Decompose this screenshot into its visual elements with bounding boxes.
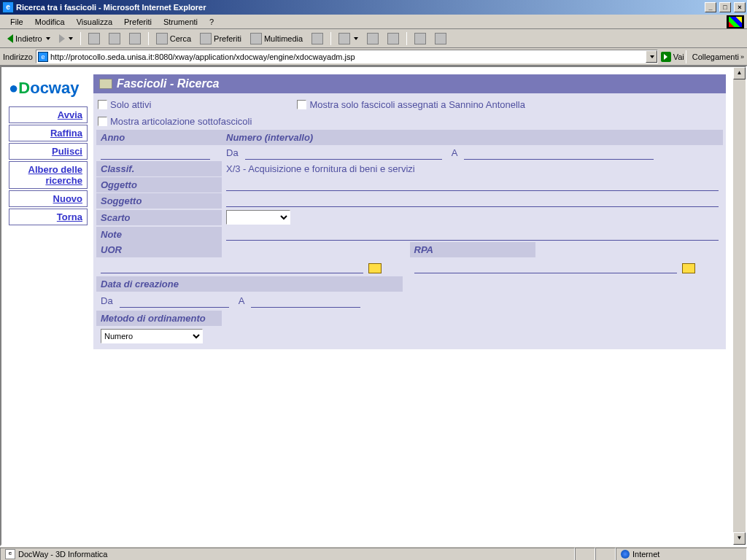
status-text: DocWay - 3D Informatica xyxy=(18,550,107,559)
mostra-artic-label: Mostra articolazione sottofascicoli xyxy=(110,116,252,127)
input-oggetto[interactable] xyxy=(226,178,719,191)
status-bar: e DocWay - 3D Informatica Internet xyxy=(0,546,747,560)
label-rpa: RPA xyxy=(410,242,535,257)
chevron-right-icon[interactable]: » xyxy=(740,53,744,61)
search-label: Cerca xyxy=(170,34,191,43)
go-button[interactable]: Vai xyxy=(661,52,684,62)
label-uor: UOR xyxy=(96,242,222,257)
sidebar-pulisci[interactable]: Pulisci xyxy=(9,143,88,160)
sidebar-torna[interactable]: Torna xyxy=(9,209,88,225)
scroll-down-button[interactable]: ▼ xyxy=(733,532,746,545)
print-button[interactable] xyxy=(364,31,382,46)
value-classif: X/3 - Acquisizione e fornitura di beni e… xyxy=(222,162,419,176)
input-rpa[interactable] xyxy=(414,260,677,273)
content-area: ●Docway Avvia Raffina Pulisci Albero del… xyxy=(0,66,747,546)
menu-bar: File Modifica Visualizza Preferiti Strum… xyxy=(0,15,747,29)
menu-modifica[interactable]: Modifica xyxy=(29,16,71,28)
back-label: Indietro xyxy=(15,34,42,43)
input-data-da[interactable] xyxy=(120,295,229,308)
arrow-left-icon xyxy=(7,34,13,43)
sidebar-nuovo[interactable]: Nuovo xyxy=(9,190,88,207)
links-label[interactable]: Collegamenti xyxy=(692,52,739,61)
select-scarto[interactable] xyxy=(226,210,290,225)
label-da2: Da xyxy=(101,295,113,306)
messenger-icon xyxy=(435,33,446,44)
label-note: Note xyxy=(96,227,222,242)
checkbox-icon xyxy=(98,100,107,109)
sidebar-albero[interactable]: Albero delle ricerche xyxy=(9,161,88,189)
back-button[interactable]: Indietro xyxy=(4,33,53,44)
status-pane-3 xyxy=(595,548,616,561)
media-label: Multimedia xyxy=(264,34,303,43)
favorites-button[interactable]: Preferiti xyxy=(197,31,244,46)
refresh-icon xyxy=(109,33,120,44)
input-soggetto[interactable] xyxy=(226,194,719,207)
address-dropdown[interactable] xyxy=(646,50,657,63)
menu-help[interactable]: ? xyxy=(204,16,220,28)
media-button[interactable]: Multimedia xyxy=(247,31,306,46)
menu-file[interactable]: File xyxy=(4,16,29,28)
input-note[interactable] xyxy=(226,228,719,241)
menu-visualizza[interactable]: Visualizza xyxy=(71,16,118,28)
edit-icon xyxy=(387,33,399,44)
logo-part1: D xyxy=(18,79,30,97)
search-button[interactable]: Cerca xyxy=(153,31,194,46)
lookup-rpa-icon[interactable] xyxy=(682,263,695,273)
edit-button[interactable] xyxy=(384,31,402,46)
input-numero-a[interactable] xyxy=(464,147,654,160)
solo-attivi-label: Solo attivi xyxy=(110,99,151,110)
dropdown-arrow-icon xyxy=(46,37,50,40)
page-icon: e xyxy=(5,549,15,559)
scroll-up-button[interactable]: ▲ xyxy=(733,67,746,79)
ie-icon: e xyxy=(2,1,14,13)
search-icon xyxy=(156,33,168,44)
checkbox-solo-attivi[interactable]: Solo attivi xyxy=(98,99,151,110)
sidebar: ●Docway Avvia Raffina Pulisci Albero del… xyxy=(9,74,88,349)
label-data-creazione: Data di creazione xyxy=(96,276,403,292)
arrow-right-icon xyxy=(59,34,65,43)
sidebar-raffina[interactable]: Raffina xyxy=(9,125,88,141)
logo: ●Docway xyxy=(9,79,88,98)
go-icon xyxy=(661,52,671,62)
panel-title-bar: Fascicoli - Ricerca xyxy=(93,74,726,93)
checkbox-icon xyxy=(98,117,107,126)
favorites-label: Preferiti xyxy=(214,34,241,43)
label-soggetto: Soggetto xyxy=(96,193,222,209)
stop-button[interactable] xyxy=(85,31,103,46)
menu-strumenti[interactable]: Strumenti xyxy=(158,16,204,28)
ie-throbber xyxy=(727,15,744,28)
minimize-button[interactable]: _ xyxy=(705,2,716,12)
address-bar: Indirizzo e http://protocollo.seda.unisa… xyxy=(0,48,747,66)
home-button[interactable] xyxy=(126,31,144,46)
input-uor[interactable] xyxy=(101,260,363,273)
panel-title: Fascicoli - Ricerca xyxy=(117,77,220,90)
input-anno[interactable] xyxy=(101,147,210,160)
refresh-button[interactable] xyxy=(106,31,123,46)
sidebar-avvia[interactable]: Avvia xyxy=(9,106,88,123)
dropdown-arrow-icon xyxy=(69,37,73,40)
favorites-icon xyxy=(200,33,212,44)
globe-icon xyxy=(621,550,630,559)
go-label: Vai xyxy=(673,52,684,61)
maximize-button[interactable]: □ xyxy=(719,2,731,12)
history-button[interactable] xyxy=(309,31,326,46)
label-classif: Classif. xyxy=(96,161,222,176)
discuss-button[interactable] xyxy=(411,31,429,46)
address-box[interactable]: e http://protocollo.seda.unisa.it:8080/x… xyxy=(36,50,658,63)
checkbox-mostra-articolazione[interactable]: Mostra articolazione sottofascicoli xyxy=(98,116,252,127)
label-anno: Anno xyxy=(96,130,222,145)
status-text-pane: e DocWay - 3D Informatica xyxy=(0,548,575,561)
close-button[interactable]: × xyxy=(734,2,746,12)
input-numero-da[interactable] xyxy=(245,147,442,160)
forward-button[interactable] xyxy=(56,33,76,44)
logo-part2: ocway xyxy=(30,79,79,97)
checkbox-mostra-assegnati[interactable]: Mostra solo fascicoli assegnati a Sannin… xyxy=(297,99,525,110)
select-metodo[interactable]: Numero xyxy=(101,329,203,343)
messenger-button[interactable] xyxy=(432,31,449,46)
vertical-scrollbar[interactable]: ▲ ▼ xyxy=(733,67,746,545)
input-data-a[interactable] xyxy=(251,295,360,308)
label-scarto: Scarto xyxy=(96,210,222,225)
menu-preferiti[interactable]: Preferiti xyxy=(118,16,158,28)
mail-button[interactable] xyxy=(336,31,361,46)
lookup-uor-icon[interactable] xyxy=(368,263,382,273)
